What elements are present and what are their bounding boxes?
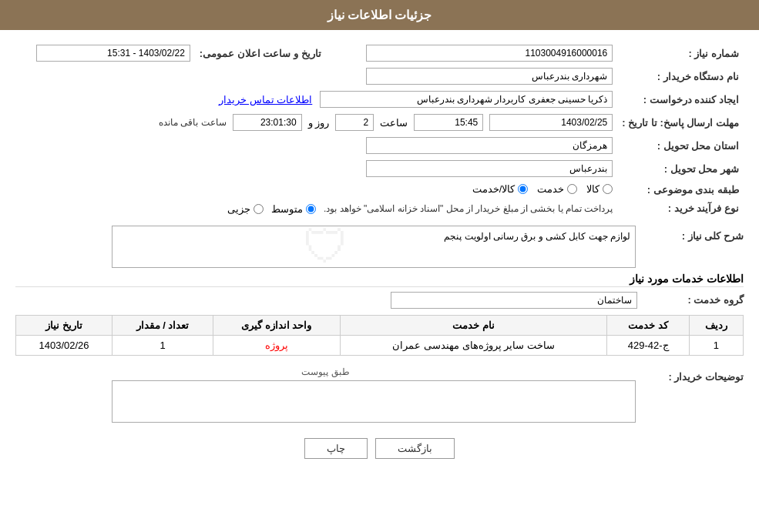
farayand-description: پرداخت تمام یا بخشی از مبلغ خریدار از مح… [324, 203, 613, 214]
page-header: جزئیات اطلاعات نیاز [0, 0, 759, 30]
input-shomare-niaz[interactable] [366, 45, 613, 62]
content-area: شماره نیاز : تاریخ و ساعت اعلان عمومی: ن… [0, 30, 759, 486]
radio-kala-input[interactable] [603, 184, 613, 194]
radio-jozei: جزیی [227, 203, 264, 215]
cell-tedad: 1 [113, 335, 213, 355]
radio-kala: کالا [586, 183, 613, 195]
radio-jozei-input[interactable] [254, 204, 264, 214]
cell-kod: ج-42-429 [607, 335, 689, 355]
input-ostan[interactable] [366, 137, 613, 154]
page-container: جزئیات اطلاعات نیاز شماره نیاز : تاریخ و… [0, 0, 759, 532]
button-row: بازگشت چاپ [15, 438, 744, 459]
label-shahr: شهر محل تحویل : [617, 157, 744, 180]
sharh-row: شرح کلی نیاز : لوازم جهت کابل کشی و برق … [15, 226, 744, 268]
th-kod: کد خدمت [607, 315, 689, 335]
input-nam-dastgah[interactable] [366, 68, 613, 85]
label-jozei: جزیی [227, 203, 250, 215]
label-towzih: توضیحات خریدار : [643, 366, 744, 383]
label-mohlat: مهلت ارسال پاسخ: تا تاریخ : [617, 111, 744, 134]
input-ijad-konande[interactable] [320, 91, 613, 108]
link-vahed[interactable]: پروژه [265, 340, 288, 351]
cell-tarikh: 1403/02/26 [16, 335, 113, 355]
radio-group-tabaghe: کالا خدمت کالا/خدمت [472, 183, 613, 195]
radio-motovaset-input[interactable] [306, 204, 316, 214]
page-title: جزئیات اطلاعات نیاز [327, 8, 432, 22]
sharh-koli-text: لوازم جهت کابل کشی و برق رسانی اولویت پن… [444, 231, 630, 242]
label-ostan: استان محل تحویل : [617, 134, 744, 157]
label-gohreh: گروه خدمت : [643, 294, 744, 306]
radio-kala-khadamat: کالا/خدمت [472, 183, 529, 195]
label-noe-farayand: نوع فرآیند خرید : [617, 199, 744, 218]
print-button[interactable]: چاپ [304, 438, 368, 459]
group-service-row: گروه خدمت : [15, 292, 744, 309]
th-tarikh: تاریخ نیاز [16, 315, 113, 335]
radio-khadamat: خدمت [537, 183, 577, 195]
back-button[interactable]: بازگشت [375, 438, 455, 459]
radio-motovaset: متوسط [271, 203, 316, 215]
towzih-row: توضیحات خریدار : طبق پیوست [15, 366, 744, 423]
link-ettela-tamas[interactable]: اطلاعات تماس خریدار [219, 94, 312, 105]
table-row: 1 ج-42-429 ساخت سایر پروژه‌های مهندسی عم… [16, 335, 744, 355]
radio-kala-khadamat-input[interactable] [518, 184, 528, 194]
th-nam: نام خدمت [340, 315, 607, 335]
attachment-label: طبق پیوست [15, 366, 636, 380]
label-shomare-niaz: شماره نیاز : [617, 42, 744, 65]
input-ruz[interactable] [335, 114, 374, 131]
sharh-koli-box: لوازم جهت کابل کشی و برق رسانی اولویت پن… [112, 226, 636, 268]
input-saat-baghi[interactable] [233, 114, 302, 131]
form-table-top: شماره نیاز : تاریخ و ساعت اعلان عمومی: ن… [15, 42, 744, 218]
label-motovaset: متوسط [271, 203, 303, 215]
label-ijad-konande: ایجاد کننده درخواست : [617, 88, 744, 111]
input-shahr[interactable] [366, 160, 613, 177]
label-kala-khadamat: کالا/خدمت [472, 183, 516, 195]
label-announce-date: تاریخ و ساعت اعلان عمومی: [195, 42, 337, 65]
label-tabaghe: طبقه بندی موضوعی : [617, 180, 744, 199]
input-tarikh-pasokh[interactable] [489, 114, 613, 131]
label-khadamat: خدمت [537, 183, 564, 195]
services-table: ردیف کد خدمت نام خدمت واحد اندازه گیری ت… [15, 315, 744, 356]
label-ruz-va: روز و [308, 117, 330, 129]
th-tedad: تعداد / مقدار [113, 315, 213, 335]
input-gohreh[interactable] [391, 292, 637, 309]
input-announce-date[interactable] [36, 45, 190, 62]
th-vahed: واحد اندازه گیری [213, 315, 340, 335]
radio-khadamat-input[interactable] [567, 184, 577, 194]
th-radif: ردیف [689, 315, 743, 335]
cell-radif: 1 [689, 335, 743, 355]
label-kala: کالا [586, 183, 599, 195]
section-khadamat: اطلاعات خدمات مورد نیاز [15, 268, 744, 287]
remaining-label: ساعت باقی مانده [159, 117, 227, 128]
label-nam-dastgah: نام دستگاه خریدار : [617, 65, 744, 88]
label-sharh: شرح کلی نیاز : [643, 226, 744, 242]
section-khadamat-title: اطلاعات خدمات مورد نیاز [630, 273, 744, 285]
cell-vahed: پروژه [213, 335, 340, 355]
attachment-box [112, 380, 636, 423]
label-saat: ساعت [380, 117, 408, 129]
cell-nam: ساخت سایر پروژه‌های مهندسی عمران [340, 335, 607, 355]
input-saat-pasokh[interactable] [414, 114, 483, 131]
